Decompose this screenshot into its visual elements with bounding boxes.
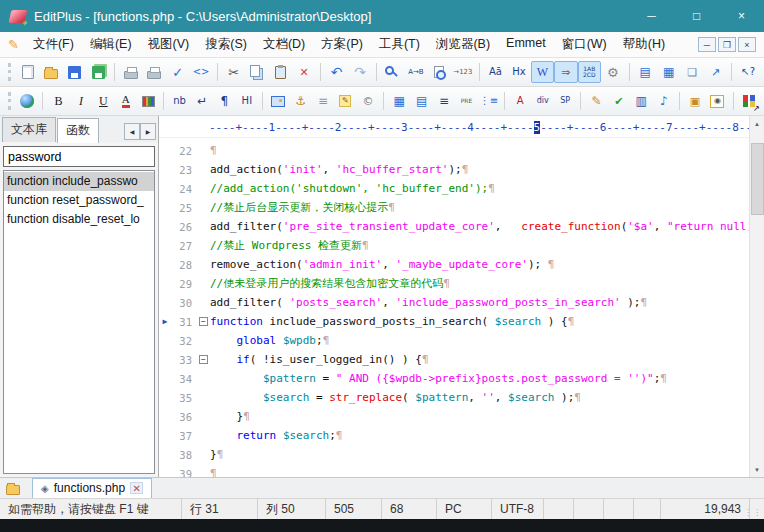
- spell-check-button[interactable]: ✓: [166, 61, 189, 83]
- code-line-24[interactable]: 24//add_action('shutdown', 'hc_buffer_en…: [159, 179, 749, 198]
- code-line-34[interactable]: 34 $pattern = " AND ({$wpdb->prefix}post…: [159, 369, 749, 388]
- radio-group-button[interactable]: ◉: [706, 90, 728, 112]
- settings-button[interactable]: ⚙: [601, 61, 624, 83]
- code-line-39[interactable]: 39¶: [159, 464, 749, 477]
- new-file-button[interactable]: [16, 61, 39, 83]
- function-search-input[interactable]: [3, 146, 155, 167]
- browser-preview-button[interactable]: ❏: [681, 61, 704, 83]
- mdi-close-button[interactable]: ×: [738, 37, 756, 52]
- resize-grip[interactable]: ⋮⋮: [750, 499, 764, 519]
- font-tag-button[interactable]: A: [509, 90, 531, 112]
- code-line-22[interactable]: 22¶: [159, 141, 749, 160]
- code-line-25[interactable]: 25//禁止后台显示更新，关闭核心提示¶: [159, 198, 749, 217]
- code-line-28[interactable]: 28remove_action('admin_init', '_maybe_up…: [159, 255, 749, 274]
- redo-button[interactable]: ↷: [348, 61, 371, 83]
- sidebar-tab-functions[interactable]: 函数: [57, 118, 99, 143]
- sidebar-tab-cliptext[interactable]: 文本库: [2, 117, 56, 142]
- print-button[interactable]: [142, 61, 165, 83]
- media-tag-button[interactable]: ▥: [630, 90, 652, 112]
- mdi-minimize-button[interactable]: ─: [698, 37, 716, 52]
- browser-new-button[interactable]: [16, 90, 38, 112]
- code-line-23[interactable]: 23add_action('init', 'hc_buffer_start');…: [159, 160, 749, 179]
- menu-edit[interactable]: 编辑(E): [82, 33, 140, 56]
- view-in-browser-button[interactable]: ↗: [704, 61, 727, 83]
- vertical-scrollbar[interactable]: ▲ ▼: [749, 116, 764, 477]
- code-line-29[interactable]: 29//使未登录用户的搜索结果包含加密文章的代码¶: [159, 274, 749, 293]
- heading-tag-button[interactable]: HI: [236, 90, 258, 112]
- color-palette-button[interactable]: [137, 90, 159, 112]
- copyright-tag-button[interactable]: ©: [357, 90, 379, 112]
- menu-search[interactable]: 搜索(S): [197, 33, 255, 56]
- document-pencil-icon[interactable]: ✎: [8, 37, 19, 52]
- font-color-button[interactable]: A: [115, 90, 137, 112]
- save-all-button[interactable]: [86, 61, 109, 83]
- menu-file[interactable]: 文件(F): [25, 33, 82, 56]
- note-edit-button[interactable]: ✎: [334, 90, 356, 112]
- toolbar-grip[interactable]: [8, 92, 11, 110]
- close-button[interactable]: ×: [719, 0, 764, 32]
- music-tag-button[interactable]: ♪: [653, 90, 675, 112]
- menu-document[interactable]: 文档(D): [255, 33, 313, 56]
- delete-button[interactable]: ✕: [292, 61, 315, 83]
- table-cell-tag-button[interactable]: ▤: [410, 90, 432, 112]
- menu-tools[interactable]: 工具(T): [371, 33, 428, 56]
- form-edit-button[interactable]: ✎: [585, 90, 607, 112]
- list-tag-button[interactable]: ⋮≡: [478, 90, 500, 112]
- scroll-up-icon[interactable]: ▲: [750, 116, 764, 131]
- fold-collapse-icon[interactable]: −: [197, 355, 210, 364]
- find-in-files-button[interactable]: [428, 61, 451, 83]
- table-tag-button[interactable]: ▦: [388, 90, 410, 112]
- center-tag-button[interactable]: ≡: [433, 90, 455, 112]
- code-line-32[interactable]: 32 global $wpdb;¶: [159, 331, 749, 350]
- change-case-button[interactable]: Aā: [484, 61, 507, 83]
- editor-panel[interactable]: ----+----1----+----2----+----3----+----4…: [159, 116, 749, 477]
- anchor-tag-button[interactable]: ⚓: [289, 90, 311, 112]
- word-wrap-button[interactable]: W: [531, 61, 554, 83]
- object-tag-button[interactable]: [738, 90, 760, 112]
- underline-button[interactable]: U: [92, 90, 114, 112]
- paste-button[interactable]: [269, 61, 292, 83]
- line-numbers-button[interactable]: 1AB 2CD: [578, 61, 601, 83]
- maximize-button[interactable]: □: [674, 0, 719, 32]
- directory-icon[interactable]: [6, 485, 20, 495]
- code-line-33[interactable]: 33− if( !is_user_logged_in() ) {¶: [159, 350, 749, 369]
- code-line-27[interactable]: 27//禁止 Wordpress 检查更新¶: [159, 236, 749, 255]
- scrollbar-thumb[interactable]: [751, 143, 764, 215]
- line-break-tag-button[interactable]: ↵: [191, 90, 213, 112]
- spin-right-icon[interactable]: ▶: [140, 123, 156, 140]
- code-line-36[interactable]: 36 }¶: [159, 407, 749, 426]
- script-check-button[interactable]: ✔: [608, 90, 630, 112]
- code-area[interactable]: 22¶23add_action('init', 'hc_buffer_start…: [159, 138, 749, 477]
- code-line-26[interactable]: 26add_filter('pre_site_transient_update_…: [159, 217, 749, 236]
- code-line-38[interactable]: 38}¶: [159, 445, 749, 464]
- menu-emmet[interactable]: Emmet: [498, 33, 554, 56]
- code-line-30[interactable]: 30add_filter( 'posts_search', 'include_p…: [159, 293, 749, 312]
- code-line-37[interactable]: 37 return $search;¶: [159, 426, 749, 445]
- document-tab-functions-php[interactable]: ◈ functions.php ✕: [32, 478, 152, 498]
- minimize-button[interactable]: ─: [629, 0, 674, 32]
- spin-left-icon[interactable]: ◀: [124, 123, 140, 140]
- menu-browser[interactable]: 浏览器(B): [428, 33, 498, 56]
- goto-line-button[interactable]: →123: [451, 61, 474, 83]
- scrollbar-track[interactable]: [750, 131, 764, 462]
- undo-button[interactable]: ↶: [325, 61, 348, 83]
- menu-window[interactable]: 窗口(W): [554, 33, 615, 56]
- split-window-button[interactable]: ▦: [657, 61, 680, 83]
- save-button[interactable]: [63, 61, 86, 83]
- replace-button[interactable]: A→B: [404, 61, 427, 83]
- context-help-button[interactable]: ↖?: [736, 61, 759, 83]
- document-list-button[interactable]: ▤: [634, 61, 657, 83]
- menu-help[interactable]: 帮助(H): [615, 33, 673, 56]
- span-tag-button[interactable]: SP: [554, 90, 576, 112]
- print-preview-button[interactable]: [119, 61, 142, 83]
- html-tag-button[interactable]: <>: [189, 61, 212, 83]
- fold-collapse-icon[interactable]: −: [197, 317, 210, 326]
- tab-close-icon[interactable]: ✕: [130, 482, 143, 494]
- find-button[interactable]: [381, 61, 404, 83]
- scroll-down-icon[interactable]: ▼: [750, 462, 764, 477]
- paragraph-tag-button[interactable]: ¶: [213, 90, 235, 112]
- mdi-restore-button[interactable]: ❐: [718, 37, 736, 52]
- form-field-button[interactable]: ▣: [684, 90, 706, 112]
- menu-project[interactable]: 方案(P): [313, 33, 371, 56]
- nbsp-tag-button[interactable]: nb: [168, 90, 190, 112]
